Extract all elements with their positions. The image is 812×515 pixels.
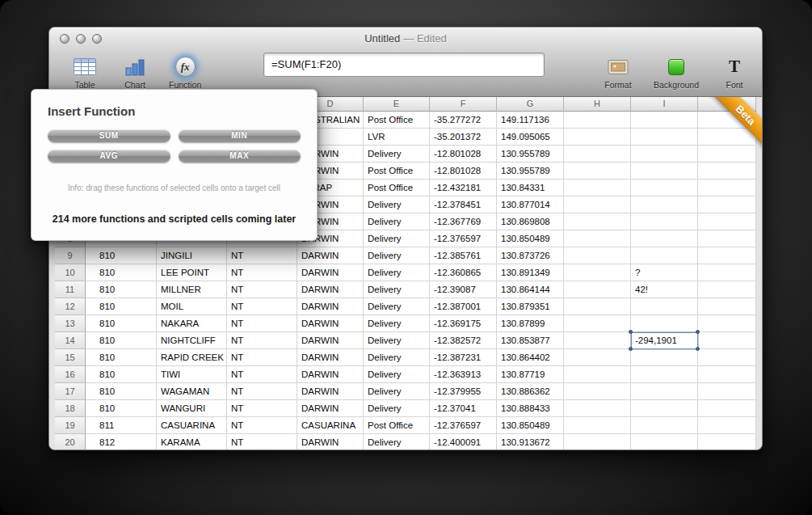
cell-B15[interactable]: RAPID CREEK: [157, 349, 227, 366]
cell-F19[interactable]: -12.376597: [430, 417, 497, 434]
cell-H11[interactable]: [564, 281, 631, 298]
cell-J16[interactable]: [698, 366, 756, 383]
cell-I11[interactable]: 42!: [631, 281, 698, 298]
cell-I5[interactable]: [631, 179, 698, 196]
cell-E4[interactable]: Post Office: [364, 163, 430, 179]
cell-C14[interactable]: NT: [227, 332, 297, 349]
cell-F4[interactable]: -12.801028: [430, 163, 497, 179]
cell-A9[interactable]: 810: [86, 247, 157, 264]
cell-E7[interactable]: Delivery: [364, 213, 430, 230]
cell-D20[interactable]: DARWIN: [297, 434, 364, 450]
cell-E5[interactable]: Post Office: [364, 179, 430, 196]
column-header-i[interactable]: I: [631, 97, 698, 112]
cell-J15[interactable]: [698, 349, 756, 366]
cell-A11[interactable]: 810: [86, 281, 157, 298]
cell-H12[interactable]: [564, 298, 631, 315]
close-button[interactable]: [60, 34, 69, 44]
cell-G4[interactable]: 130.955789: [497, 163, 564, 179]
cell-B10[interactable]: LEE POINT: [157, 264, 227, 281]
cell-D17[interactable]: DARWIN: [297, 383, 364, 400]
row-header-15[interactable]: 15: [55, 349, 86, 366]
cell-J3[interactable]: [698, 146, 756, 163]
cell-C13[interactable]: NT: [227, 315, 297, 332]
cell-G20[interactable]: 130.913672: [497, 434, 564, 450]
cell-F10[interactable]: -12.360865: [430, 264, 497, 281]
cell-D9[interactable]: DARWIN: [297, 247, 364, 264]
cell-F6[interactable]: -12.378451: [430, 196, 497, 213]
cell-C11[interactable]: NT: [227, 281, 297, 298]
cell-E19[interactable]: Post Office: [364, 417, 430, 434]
cell-F14[interactable]: -12.382572: [430, 332, 497, 349]
cell-J13[interactable]: [698, 315, 756, 332]
cell-I20[interactable]: [631, 434, 698, 450]
cell-A18[interactable]: 810: [86, 400, 157, 417]
cell-I10[interactable]: ?: [631, 264, 698, 281]
row-header-20[interactable]: 20: [55, 434, 86, 450]
cell-J5[interactable]: [698, 179, 756, 196]
column-header-f[interactable]: F: [430, 97, 497, 112]
cell-E11[interactable]: Delivery: [364, 281, 430, 298]
cell-D15[interactable]: DARWIN: [297, 349, 364, 366]
cell-C19[interactable]: NT: [227, 417, 297, 434]
cell-H19[interactable]: [564, 417, 631, 434]
cell-I13[interactable]: [631, 315, 698, 332]
cell-A12[interactable]: 810: [86, 298, 157, 315]
function-pill-avg[interactable]: AVG: [48, 150, 170, 163]
cell-B20[interactable]: KARAMA: [157, 434, 227, 450]
cell-I14[interactable]: -294,1901: [631, 332, 698, 349]
cell-F12[interactable]: -12.387001: [430, 298, 497, 315]
cell-A16[interactable]: 810: [86, 366, 157, 383]
cell-D19[interactable]: CASUARINA: [297, 417, 364, 434]
cell-G19[interactable]: 130.850489: [497, 417, 564, 434]
cell-F9[interactable]: -12.385761: [430, 247, 497, 264]
cell-G2[interactable]: 149.095065: [497, 129, 564, 146]
cell-I15[interactable]: [631, 349, 698, 366]
selection-handle-bl[interactable]: [629, 347, 633, 351]
cell-F2[interactable]: -35.201372: [430, 129, 497, 146]
cell-F13[interactable]: -12.369175: [430, 315, 497, 332]
cell-J12[interactable]: [698, 298, 756, 315]
function-pill-min[interactable]: MIN: [179, 129, 301, 142]
cell-G16[interactable]: 130.87719: [497, 366, 564, 383]
cell-E10[interactable]: Delivery: [364, 264, 430, 281]
cell-A14[interactable]: 810: [86, 332, 157, 349]
cell-E8[interactable]: Delivery: [364, 230, 430, 247]
cell-E12[interactable]: Delivery: [364, 298, 430, 315]
row-header-11[interactable]: 11: [55, 281, 86, 298]
cell-H8[interactable]: [564, 230, 631, 247]
cell-B18[interactable]: WANGURI: [157, 400, 227, 417]
selection-handle-br[interactable]: [696, 347, 700, 351]
cell-J10[interactable]: [698, 264, 756, 281]
cell-B12[interactable]: MOIL: [157, 298, 227, 315]
cell-H3[interactable]: [564, 146, 631, 163]
cell-F7[interactable]: -12.367769: [430, 213, 497, 230]
cell-C17[interactable]: NT: [227, 383, 297, 400]
cell-G14[interactable]: 130.853877: [497, 332, 564, 349]
cell-B14[interactable]: NIGHTCLIFF: [157, 332, 227, 349]
cell-F17[interactable]: -12.379955: [430, 383, 497, 400]
cell-G1[interactable]: 149.117136: [497, 112, 564, 129]
cell-B16[interactable]: TIWI: [157, 366, 227, 383]
background-button[interactable]: Background: [654, 54, 699, 90]
cell-D16[interactable]: DARWIN: [297, 366, 364, 383]
cell-B13[interactable]: NAKARA: [157, 315, 227, 332]
cell-C12[interactable]: NT: [227, 298, 297, 315]
cell-I12[interactable]: [631, 298, 698, 315]
formula-input[interactable]: =SUM(F1:F20): [263, 53, 545, 77]
cell-F15[interactable]: -12.387231: [430, 349, 497, 366]
cell-G3[interactable]: 130.955789: [497, 146, 564, 163]
cell-B19[interactable]: CASUARINA: [157, 417, 227, 434]
cell-A15[interactable]: 810: [86, 349, 157, 366]
cell-E18[interactable]: Delivery: [364, 400, 430, 417]
cell-A17[interactable]: 810: [86, 383, 157, 400]
cell-J17[interactable]: [698, 383, 756, 400]
cell-I4[interactable]: [631, 163, 698, 179]
zoom-button[interactable]: [92, 34, 102, 44]
format-button[interactable]: Format: [602, 54, 634, 90]
cell-A19[interactable]: 811: [86, 417, 157, 434]
cell-I17[interactable]: [631, 383, 698, 400]
cell-I9[interactable]: [631, 247, 698, 264]
cell-I19[interactable]: [631, 417, 698, 434]
cell-G17[interactable]: 130.886362: [497, 383, 564, 400]
cell-I6[interactable]: [631, 196, 698, 213]
